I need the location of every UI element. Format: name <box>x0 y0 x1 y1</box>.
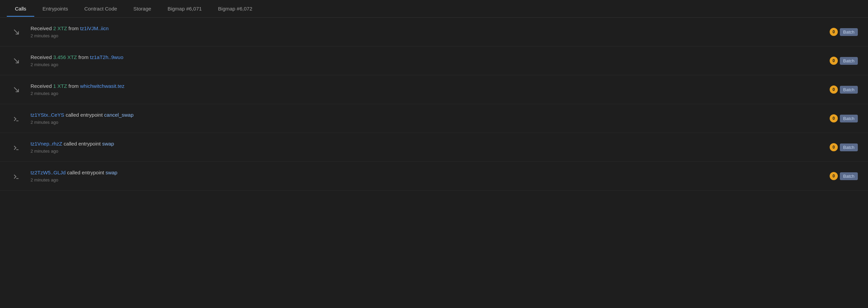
batch-number[interactable]: 0 <box>830 28 838 36</box>
call-main-text: Received 3.456 XTZ from tz1aT2h..9wuo <box>31 54 830 60</box>
call-time: 2 minutes ago <box>31 91 830 96</box>
sender-address[interactable]: tz1aT2h..9wuo <box>90 54 123 60</box>
entrypoint-name: cancel_swap <box>104 112 134 118</box>
call-main-text: tz1YStx..CeYS called entrypoint cancel_s… <box>31 112 830 118</box>
batch-label[interactable]: Batch <box>840 57 858 65</box>
batch-label[interactable]: Batch <box>840 86 858 94</box>
caller-address[interactable]: tz2TzW5..GLJd <box>31 170 65 175</box>
tab-bigmap-6071[interactable]: Bigmap #6,071 <box>159 1 210 16</box>
batch-badge-container: 0Batch <box>830 143 858 151</box>
svg-line-0 <box>14 30 19 34</box>
entrypoint-name: swap <box>106 170 117 175</box>
received-icon <box>10 55 22 67</box>
received-icon <box>10 26 22 38</box>
called-label: called entrypoint <box>64 112 104 118</box>
call-content: Received 3.456 XTZ from tz1aT2h..9wuo2 m… <box>31 54 830 67</box>
call-main-text: Received 1 XTZ from whichwitchwasit.tez <box>31 83 830 89</box>
call-main-text: tz1Vnep..rhzZ called entrypoint swap <box>31 141 830 147</box>
call-row: tz1YStx..CeYS called entrypoint cancel_s… <box>0 104 868 133</box>
svg-line-2 <box>14 88 19 92</box>
tabs-bar: CallsEntrypointsContract CodeStorageBigm… <box>0 0 868 18</box>
batch-badge-container: 0Batch <box>830 114 858 122</box>
tab-bigmap-6072[interactable]: Bigmap #6,072 <box>210 1 261 16</box>
call-content: tz1Vnep..rhzZ called entrypoint swap2 mi… <box>31 141 830 154</box>
batch-label[interactable]: Batch <box>840 28 858 36</box>
batch-number[interactable]: 0 <box>830 172 838 180</box>
batch-badge-container: 0Batch <box>830 172 858 180</box>
calls-list: Received 2 XTZ from tz1iVJM..iicn2 minut… <box>0 18 868 191</box>
batch-number[interactable]: 0 <box>830 114 838 122</box>
sender-address[interactable]: whichwitchwasit.tez <box>80 83 125 89</box>
batch-badge-container: 0Batch <box>830 28 858 36</box>
tab-calls[interactable]: Calls <box>7 1 34 16</box>
amount: 2 XTZ <box>53 25 67 31</box>
call-time: 2 minutes ago <box>31 33 830 38</box>
call-time: 2 minutes ago <box>31 149 830 154</box>
call-content: Received 1 XTZ from whichwitchwasit.tez2… <box>31 83 830 96</box>
tab-contract-code[interactable]: Contract Code <box>76 1 125 16</box>
call-row: Received 2 XTZ from tz1iVJM..iicn2 minut… <box>0 18 868 46</box>
batch-label[interactable]: Batch <box>840 115 858 122</box>
call-row: Received 3.456 XTZ from tz1aT2h..9wuo2 m… <box>0 46 868 75</box>
entrypoint-name: swap <box>102 141 114 147</box>
call-time: 2 minutes ago <box>31 177 830 182</box>
amount: 1 XTZ <box>53 83 67 89</box>
batch-label[interactable]: Batch <box>840 143 858 151</box>
batch-badge-container: 0Batch <box>830 85 858 94</box>
batch-number[interactable]: 0 <box>830 143 838 151</box>
sender-address[interactable]: tz1iVJM..iicn <box>80 25 109 31</box>
tab-storage[interactable]: Storage <box>125 1 159 16</box>
call-content: Received 2 XTZ from tz1iVJM..iicn2 minut… <box>31 25 830 38</box>
call-content: tz1YStx..CeYS called entrypoint cancel_s… <box>31 112 830 125</box>
call-row: tz1Vnep..rhzZ called entrypoint swap2 mi… <box>0 133 868 162</box>
caller-address[interactable]: tz1Vnep..rhzZ <box>31 141 62 147</box>
call-content: tz2TzW5..GLJd called entrypoint swap2 mi… <box>31 170 830 182</box>
call-icon <box>10 112 22 124</box>
svg-line-1 <box>14 59 19 63</box>
call-time: 2 minutes ago <box>31 62 830 67</box>
received-icon <box>10 83 22 96</box>
received-label: Received <box>31 83 53 89</box>
from-label: from <box>67 25 80 31</box>
tab-entrypoints[interactable]: Entrypoints <box>34 1 76 16</box>
call-icon <box>10 141 22 153</box>
call-time: 2 minutes ago <box>31 120 830 125</box>
called-label: called entrypoint <box>62 141 102 147</box>
batch-number[interactable]: 0 <box>830 85 838 94</box>
call-main-text: Received 2 XTZ from tz1iVJM..iicn <box>31 25 830 31</box>
batch-badge-container: 0Batch <box>830 57 858 65</box>
received-label: Received <box>31 25 53 31</box>
batch-label[interactable]: Batch <box>840 172 858 180</box>
from-label: from <box>67 83 80 89</box>
called-label: called entrypoint <box>65 170 106 175</box>
batch-number[interactable]: 0 <box>830 57 838 65</box>
call-main-text: tz2TzW5..GLJd called entrypoint swap <box>31 170 830 175</box>
from-label: from <box>77 54 90 60</box>
call-row: tz2TzW5..GLJd called entrypoint swap2 mi… <box>0 162 868 191</box>
caller-address[interactable]: tz1YStx..CeYS <box>31 112 64 118</box>
amount: 3.456 XTZ <box>53 54 77 60</box>
call-icon <box>10 170 22 182</box>
call-row: Received 1 XTZ from whichwitchwasit.tez2… <box>0 75 868 104</box>
received-label: Received <box>31 54 53 60</box>
